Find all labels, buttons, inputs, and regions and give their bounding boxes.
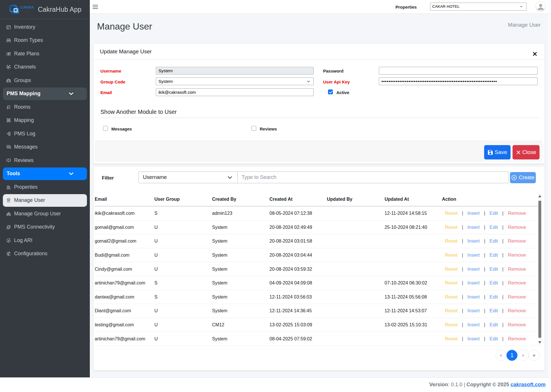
svg-text:HUB: HUB	[20, 9, 30, 14]
